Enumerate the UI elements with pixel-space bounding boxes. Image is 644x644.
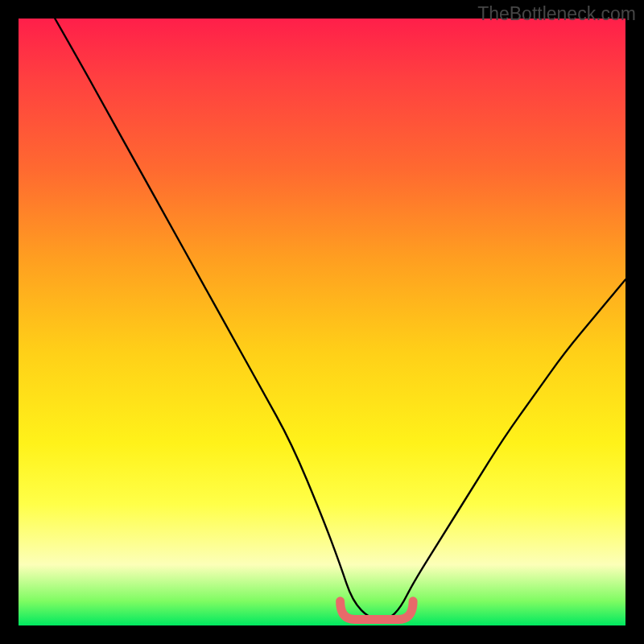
- bottleneck-curve: [55, 19, 625, 619]
- chart-plot-area: [19, 19, 625, 625]
- chart-overlay: [19, 19, 625, 625]
- curve-path: [55, 19, 625, 619]
- watermark-label: TheBottleneck.com: [477, 3, 636, 25]
